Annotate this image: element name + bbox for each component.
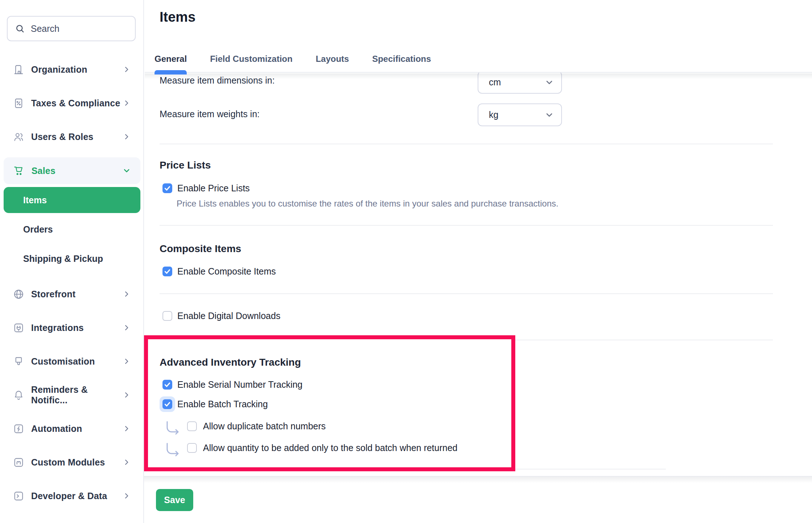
weight-unit-value: kg [489, 110, 498, 120]
sidebar-item-label: Organization [31, 64, 87, 75]
sidebar-item-label: Customisation [31, 356, 95, 367]
sidebar-subitem-label: Items [23, 195, 47, 205]
main-content: Items General Field Customization Layout… [145, 0, 812, 523]
globe-icon [13, 289, 24, 300]
sidebar-item-label: Sales [31, 166, 55, 176]
enable-batch-tracking-label: Enable Batch Tracking [177, 399, 268, 409]
sidebar-subitem-shipping-pickup[interactable]: Shipping & Pickup [4, 246, 140, 272]
search-placeholder: Search [31, 24, 59, 34]
sidebar-item-customisation[interactable]: Customisation [4, 347, 140, 376]
tab-specifications[interactable]: Specifications [372, 54, 431, 72]
save-button[interactable]: Save [156, 489, 193, 511]
advanced-inventory-heading: Advanced Inventory Tracking [160, 357, 301, 368]
paint-icon [13, 356, 24, 367]
section-divider [160, 144, 773, 144]
price-lists-heading: Price Lists [160, 160, 211, 171]
settings-sidebar: Search Organization Taxes & Compliance [0, 0, 144, 523]
building-icon [13, 64, 24, 75]
users-icon [13, 131, 24, 143]
chevron-right-icon [122, 99, 131, 107]
search-icon [15, 24, 25, 34]
sidebar-item-storefront[interactable]: Storefront [4, 280, 140, 309]
allow-duplicate-batch-row: Allow duplicate batch numbers [165, 417, 326, 435]
allow-sold-batch-return-checkbox[interactable] [187, 443, 197, 453]
section-divider [515, 469, 666, 469]
section-divider [160, 293, 773, 294]
footer-divider [144, 476, 812, 483]
sidebar-item-label: Reminders & Notific... [31, 384, 122, 405]
sidebar-item-organization[interactable]: Organization [4, 55, 140, 84]
enable-digital-downloads-label: Enable Digital Downloads [177, 311, 280, 321]
enable-digital-downloads-row: Enable Digital Downloads [162, 311, 280, 321]
branch-arrow-icon [165, 442, 181, 457]
lightning-icon [13, 423, 24, 434]
sidebar-item-label: Taxes & Compliance [31, 98, 120, 109]
sidebar-item-taxes-compliance[interactable]: Taxes & Compliance [4, 89, 140, 118]
tab-layouts[interactable]: Layouts [316, 54, 349, 72]
search-input[interactable]: Search [7, 16, 136, 41]
chevron-right-icon [122, 323, 131, 332]
sidebar-subitem-items[interactable]: Items [4, 187, 140, 213]
plug-icon [13, 322, 24, 333]
sidebar-nav: Organization Taxes & Compliance Users [0, 55, 144, 515]
enable-serial-tracking-label: Enable Serial Number Tracking [177, 379, 303, 390]
weight-unit-label: Measure item weights in: [160, 109, 260, 119]
chevron-right-icon [122, 65, 131, 74]
bell-icon [13, 390, 24, 401]
sidebar-item-label: Developer & Data [31, 491, 107, 501]
sidebar-item-users-roles[interactable]: Users & Roles [4, 122, 140, 151]
main-header: Items General Field Customization Layout… [145, 0, 812, 73]
chevron-right-icon [122, 357, 131, 366]
section-divider [160, 225, 773, 226]
cart-icon [13, 165, 25, 177]
allow-duplicate-batch-label: Allow duplicate batch numbers [203, 421, 326, 431]
sidebar-item-label: Users & Roles [31, 132, 93, 142]
sidebar-item-integrations[interactable]: Integrations [4, 313, 140, 342]
allow-sold-batch-return-label: Allow quantity to be added only to the s… [203, 443, 457, 453]
chevron-right-icon [122, 458, 131, 467]
chevron-right-icon [122, 424, 131, 433]
sidebar-subitem-label: Shipping & Pickup [23, 254, 103, 264]
enable-serial-tracking-row: Enable Serial Number Tracking [162, 379, 303, 390]
sidebar-item-developer-data[interactable]: Developer & Data [4, 481, 140, 510]
section-divider [515, 340, 773, 340]
weight-unit-select[interactable]: kg [478, 103, 562, 126]
allow-sold-batch-return-row: Allow quantity to be added only to the s… [165, 438, 457, 457]
allow-duplicate-batch-checkbox[interactable] [187, 421, 197, 431]
sidebar-subitem-orders[interactable]: Orders [4, 216, 140, 242]
sidebar-item-custom-modules[interactable]: Custom Modules [4, 448, 140, 477]
enable-digital-downloads-checkbox[interactable] [162, 311, 172, 321]
sidebar-subitem-label: Orders [23, 224, 53, 235]
enable-composite-items-label: Enable Composite Items [177, 266, 276, 277]
settings-page: Search Organization Taxes & Compliance [0, 0, 812, 523]
tab-field-customization[interactable]: Field Customization [210, 54, 292, 72]
enable-batch-tracking-checkbox[interactable] [162, 399, 172, 409]
chevron-right-icon [122, 290, 131, 298]
enable-composite-items-checkbox[interactable] [162, 267, 172, 276]
enable-price-lists-label: Enable Price Lists [177, 183, 250, 194]
enable-composite-items-row: Enable Composite Items [162, 266, 276, 277]
enable-serial-tracking-checkbox[interactable] [162, 380, 172, 390]
sidebar-item-label: Storefront [31, 289, 76, 299]
chevron-down-icon [545, 110, 554, 120]
tax-document-icon [13, 98, 24, 109]
tab-bar: General Field Customization Layouts Spec… [155, 54, 431, 72]
scroll-shadow [145, 73, 812, 79]
enable-batch-tracking-row: Enable Batch Tracking [160, 396, 268, 412]
terminal-icon [13, 490, 24, 502]
sidebar-item-automation[interactable]: Automation [4, 414, 140, 443]
enable-price-lists-checkbox[interactable] [162, 183, 172, 193]
chevron-right-icon [122, 132, 131, 141]
composite-items-heading: Composite Items [160, 243, 241, 255]
price-lists-description: Price Lists enables you to customise the… [177, 199, 558, 209]
sidebar-item-label: Integrations [31, 323, 84, 333]
checkbox-focus-halo [160, 396, 175, 412]
branch-arrow-icon [165, 420, 181, 435]
sidebar-item-sales[interactable]: Sales [4, 157, 140, 184]
page-title: Items [160, 9, 195, 25]
modules-icon [13, 457, 24, 468]
sidebar-item-label: Custom Modules [31, 457, 105, 468]
tab-general[interactable]: General [155, 54, 187, 72]
chevron-right-icon [122, 391, 131, 399]
sidebar-item-reminders-notifications[interactable]: Reminders & Notific... [4, 380, 140, 409]
